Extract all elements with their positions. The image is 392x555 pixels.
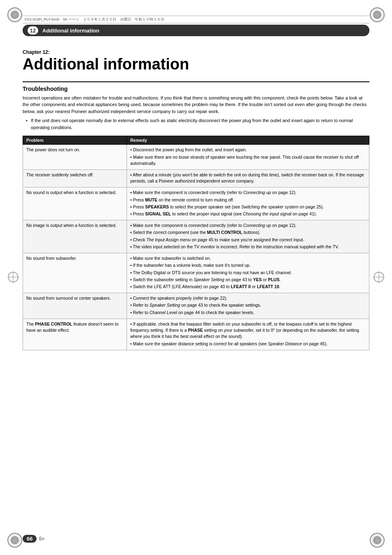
file-info-text: VSX-819H_RLF.book 66 ページ ２０９年１月２０日 火曜日 午… — [24, 17, 164, 22]
corner-decoration-br — [370, 533, 385, 548]
table-cell-remedy: • After about a minute (you won't be abl… — [127, 169, 369, 187]
table-row: No sound is output when a function is se… — [23, 187, 369, 220]
table-row: The PHASE CONTROL feature doesn't seem t… — [23, 319, 369, 350]
section-divider — [23, 81, 369, 82]
table-cell-problem: No sound is output when a function is se… — [23, 187, 127, 220]
table-row: The power does not turn on.• Disconnect … — [23, 145, 369, 170]
corner-decoration-tr — [370, 7, 385, 22]
chapter-heading: Additional information — [23, 56, 369, 73]
troubleshooting-heading: Troubleshooting — [23, 86, 369, 92]
table-row: No sound from subwoofer.• Make sure the … — [23, 253, 369, 293]
mid-left-reg — [7, 271, 19, 284]
header-title: Additional information — [42, 28, 99, 34]
table-cell-problem: The PHASE CONTROL feature doesn't seem t… — [23, 319, 127, 350]
table-cell-remedy: • Connect the speakers properly (refer t… — [127, 293, 369, 319]
table-cell-remedy: • Make sure the component is connected c… — [127, 187, 369, 220]
table-cell-remedy: • Disconnect the power plug from the out… — [127, 145, 369, 170]
table-row: No sound from surround or center speaker… — [23, 293, 369, 319]
table-cell-problem: No sound from surround or center speaker… — [23, 293, 127, 319]
table-cell-problem: The power does not turn on. — [23, 145, 127, 170]
page: VSX-819H_RLF.book 66 ページ ２０９年１月２０日 火曜日 午… — [0, 0, 392, 555]
troubleshooting-intro: Incorrect operations are often mistaken … — [23, 95, 369, 115]
header-chapter-number: 12 — [28, 26, 38, 35]
table-cell-remedy: • Make sure the component is connected c… — [127, 220, 369, 253]
troubleshooting-table: Problem Remedy The power does not turn o… — [23, 136, 369, 350]
table-cell-remedy: • Make sure the subwoofer is switched on… — [127, 253, 369, 293]
table-row: No image is output when a function is se… — [23, 220, 369, 253]
table-row: The receiver suddenly switches off.• Aft… — [23, 169, 369, 187]
troubleshooting-bullet: If the unit does not operate normally du… — [23, 117, 369, 131]
table-cell-problem: The receiver suddenly switches off. — [23, 169, 127, 187]
page-number: 66 — [23, 535, 37, 543]
table-cell-problem: No image is output when a function is se… — [23, 220, 127, 253]
header-bar: 12 Additional information — [23, 25, 369, 36]
chapter-label: Chapter 12: — [23, 49, 369, 55]
page-lang: En — [39, 536, 44, 541]
table-header-remedy: Remedy — [127, 136, 369, 145]
corner-decoration-tl — [7, 7, 22, 22]
main-content: Chapter 12: Additional information Troub… — [23, 41, 369, 522]
corner-decoration-bl — [7, 533, 22, 548]
mid-right-reg — [373, 271, 385, 284]
file-info-bar: VSX-819H_RLF.book 66 ページ ２０９年１月２０日 火曜日 午… — [23, 16, 369, 23]
table-cell-remedy: • If applicable, check that the lowpass … — [127, 319, 369, 350]
table-cell-problem: No sound from subwoofer. — [23, 253, 127, 293]
footer: 66 En — [23, 535, 369, 543]
table-header-problem: Problem — [23, 136, 127, 145]
